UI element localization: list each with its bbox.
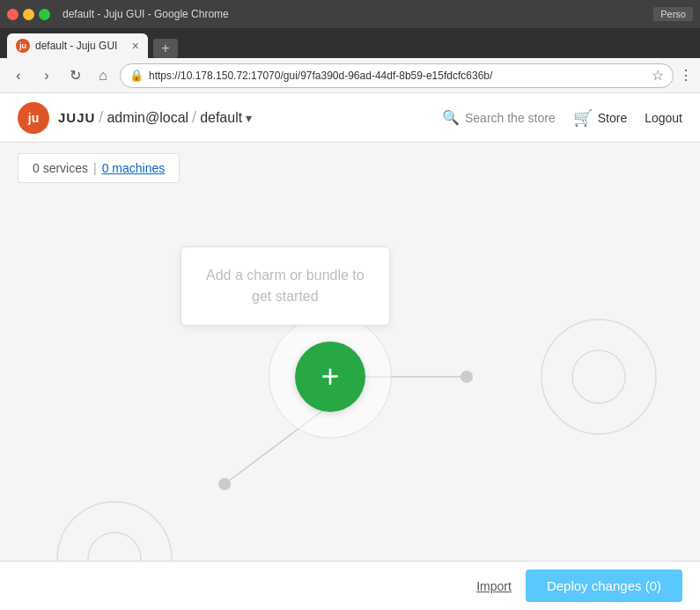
svg-point-3 [572,350,625,403]
new-tab-icon: + [161,40,169,56]
breadcrumb-user-link[interactable]: admin@local [107,110,188,126]
add-charm-button[interactable]: + [295,342,365,412]
home-button[interactable]: ⌂ [92,64,114,87]
breadcrumb-prefix: JUJU [58,110,95,125]
juju-logo: ju [18,102,49,134]
browser-tabs: ju default - Juju GUI × + [0,28,700,58]
reload-button[interactable]: ↻ [63,64,86,87]
add-charm-text-line1: Add a charm or bundle to [206,268,365,283]
back-button[interactable]: ‹ [7,64,30,87]
tab-close-button[interactable]: × [132,39,139,53]
stats-bar: 0 services | 0 machines [0,143,700,194]
breadcrumb-env: default ▾ [200,110,252,126]
svg-point-7 [88,533,141,561]
svg-point-1 [461,371,473,383]
stats-badge: 0 services | 0 machines [18,153,180,183]
search-area[interactable]: 🔍 Search the store [442,109,556,126]
store-link[interactable]: 🛒 Store [573,108,627,128]
address-text: https://10.178.150.72:17070/gui/97fa390d… [149,70,646,82]
add-charm-text-line2: get started [252,289,319,304]
app-header: ju JUJU / admin@local / default ▾ 🔍 Sear… [0,93,700,143]
app-container: ju JUJU / admin@local / default ▾ 🔍 Sear… [0,93,700,610]
stats-separator: | [93,161,97,175]
breadcrumb-sep-2: / [192,108,196,127]
browser-title: default - Juju GUI - Google Chrome [63,8,229,20]
search-icon: 🔍 [442,109,460,126]
canvas-area: Add a charm or bundle to get started + [0,194,700,561]
browser-titlebar: default - Juju GUI - Google Chrome Perso [0,0,700,28]
breadcrumb-env-name: default [200,110,242,126]
bottom-bar: Import Deploy changes (0) [0,561,700,610]
new-tab-button[interactable]: + [153,39,178,58]
active-tab[interactable]: ju default - Juju GUI × [7,33,148,58]
env-dropdown-icon[interactable]: ▾ [246,111,252,125]
deploy-changes-button[interactable]: Deploy changes (0) [526,570,682,602]
close-window-button[interactable] [7,9,18,20]
add-plus-icon: + [321,361,339,393]
svg-point-6 [57,502,172,561]
forward-button[interactable]: › [35,64,58,87]
machines-link[interactable]: 0 machines [102,161,166,175]
tab-label: default - Juju GUI [35,40,117,52]
store-label: Store [598,111,627,125]
bookmark-button[interactable]: ☆ [652,67,664,84]
minimize-window-button[interactable] [23,9,34,20]
address-bar[interactable]: 🔒 https://10.178.150.72:17070/gui/97fa39… [120,63,674,88]
tab-favicon: ju [16,39,30,53]
window-controls[interactable] [7,9,50,20]
maximize-window-button[interactable] [39,9,50,20]
import-link[interactable]: Import [476,579,512,593]
breadcrumb-sep-1: / [99,108,103,127]
perso-button[interactable]: Perso [653,7,693,21]
services-count: 0 services [33,161,88,175]
header-right: 🔍 Search the store 🛒 Store Logout [442,108,682,128]
browser-navbar: ‹ › ↻ ⌂ 🔒 https://10.178.150.72:17070/gu… [0,58,700,93]
security-icon: 🔒 [129,69,144,82]
breadcrumb: JUJU / admin@local / default ▾ [58,108,252,127]
cart-icon: 🛒 [573,108,593,128]
search-placeholder: Search the store [465,111,556,125]
logout-link[interactable]: Logout [645,111,682,125]
svg-point-2 [542,320,656,434]
browser-menu-button[interactable]: ⋮ [679,67,693,84]
svg-point-5 [218,478,231,490]
add-charm-tooltip: Add a charm or bundle to get started [181,246,390,326]
